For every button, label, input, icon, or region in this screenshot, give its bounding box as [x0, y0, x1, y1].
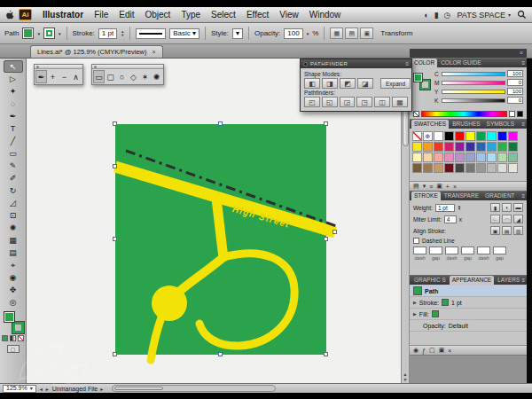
swatch[interactable] [434, 131, 443, 141]
align-stroke-inside-icon[interactable]: ▤ [502, 226, 512, 235]
rounded-rectangle-tool-icon[interactable]: ▢ [105, 70, 116, 83]
delete-swatch-icon[interactable]: × [453, 184, 457, 190]
crop-icon[interactable]: ◳ [356, 97, 372, 107]
new-stroke-icon[interactable]: ◉ [413, 347, 419, 354]
tool-lasso[interactable]: ◌ [4, 98, 23, 110]
appearance-stroke-row[interactable]: ▶ Stroke: 1 pt [410, 297, 527, 309]
swatch[interactable] [412, 131, 422, 141]
menu-effect[interactable]: Effect [241, 7, 274, 22]
intersect-icon[interactable]: ◩ [340, 78, 356, 89]
selection-handle[interactable] [324, 352, 328, 356]
color-spectrum-bar[interactable] [421, 111, 507, 117]
chevron-right-icon[interactable]: ▶ [413, 311, 417, 317]
slider-value-c[interactable]: 100 [507, 70, 523, 77]
swatch[interactable] [455, 142, 465, 152]
dock-collapse-button[interactable]: « [410, 49, 527, 58]
new-swatch-icon[interactable]: + [446, 184, 450, 190]
swatch[interactable] [508, 142, 518, 152]
menu-object[interactable]: Object [139, 7, 176, 22]
flare-tool-icon[interactable]: ✺ [151, 70, 162, 83]
panel-menu-icon[interactable]: ≡ [405, 61, 409, 66]
tool-rectangle[interactable]: ▭ [4, 147, 23, 160]
tab-symbols[interactable]: SYMBOLS [484, 120, 517, 129]
pen-tool-icon[interactable]: ✒ [35, 70, 47, 83]
document-tab[interactable]: Lines.ai* @ 125.9% (CMYK/Preview) × [30, 45, 163, 58]
swatch[interactable] [508, 163, 518, 173]
swatch[interactable] [487, 142, 497, 152]
appearance-item-row[interactable]: Path [410, 286, 527, 297]
menu-edit[interactable]: Edit [113, 7, 139, 22]
tearoff-drag-bar[interactable] [35, 65, 82, 69]
swatch[interactable] [508, 131, 518, 141]
unite-icon[interactable]: ◧ [304, 78, 320, 89]
miter-limit-field[interactable]: 4 [444, 215, 457, 223]
display-icon[interactable]: ◐ [424, 11, 428, 20]
panel-menu-icon[interactable]: ≡ [520, 120, 527, 129]
swatch[interactable] [444, 142, 454, 152]
menu-select[interactable]: Select [206, 7, 241, 22]
swatch[interactable] [497, 163, 507, 173]
panel-menu-icon[interactable]: ≡ [520, 192, 527, 200]
tool-eyedropper[interactable]: ⌖ [4, 259, 23, 271]
polygon-tool-icon[interactable]: ◇ [128, 70, 139, 83]
none-swatch-icon[interactable] [413, 111, 419, 117]
menu-window[interactable]: Window [304, 7, 347, 22]
tab-brushes[interactable]: BRUSHES [450, 120, 482, 129]
spaces-menu[interactable]: PATS SPACE ▾ [457, 11, 511, 20]
tool-scale[interactable]: ◿ [4, 197, 23, 209]
convert-anchor-point-icon[interactable]: ∧ [70, 70, 82, 83]
swatch[interactable] [423, 163, 433, 173]
slider-c[interactable] [442, 72, 505, 76]
tool-paintbrush[interactable]: ✎ [4, 160, 23, 172]
tool-free-transform[interactable]: ⊡ [4, 209, 23, 222]
swatch[interactable] [466, 153, 475, 162]
scrollbar-arrows[interactable]: ▲▼ [402, 372, 409, 382]
tool-direct-selection[interactable]: ▷ [4, 73, 23, 85]
horizontal-scrollbar-thumb[interactable] [114, 387, 163, 390]
new-color-group-icon[interactable]: ▣ [436, 183, 442, 190]
swatch[interactable] [466, 163, 475, 173]
swatch[interactable] [487, 131, 497, 141]
divide-icon[interactable]: ◰ [304, 97, 320, 107]
tab-color[interactable]: COLOR [411, 59, 437, 67]
brush-stroke-preview[interactable] [136, 28, 166, 39]
dash-field[interactable] [445, 246, 458, 254]
transform-link[interactable]: Transform [380, 29, 412, 37]
fill-indicator[interactable] [4, 311, 15, 323]
swatch[interactable] [444, 163, 454, 173]
apple-menu-icon[interactable] [5, 10, 14, 20]
align-stroke-outside-icon[interactable]: ▥ [513, 226, 523, 235]
tab-graphic-s[interactable]: GRAPHIC S [411, 276, 449, 285]
black-swatch[interactable] [517, 111, 523, 117]
tool-selection[interactable]: ↖ [4, 60, 23, 73]
gradient-mode-button[interactable] [10, 335, 16, 341]
tool-pencil[interactable]: ✐ [4, 172, 23, 184]
selection-handle[interactable] [113, 164, 117, 168]
join-bevel-icon[interactable]: ◢ [513, 215, 523, 223]
stroke-caret-icon[interactable]: ▾ [59, 31, 61, 36]
pathfinder-header[interactable]: PATHFINDER ≡ [301, 59, 411, 68]
duplicate-item-icon[interactable]: ▣ [439, 347, 445, 354]
tool-type[interactable]: T [4, 122, 23, 135]
swatch[interactable] [412, 142, 422, 152]
swatch[interactable] [412, 153, 422, 162]
swatch[interactable] [412, 163, 422, 173]
fill-swatch[interactable] [432, 310, 439, 317]
swatch-libraries-icon[interactable]: ▤ [413, 183, 419, 190]
outline-icon[interactable]: ◫ [374, 97, 390, 107]
selection-handle[interactable] [324, 121, 328, 126]
exclude-icon[interactable]: ◪ [357, 78, 373, 89]
ellipse-tool-icon[interactable]: ○ [116, 70, 128, 83]
tab-transpare[interactable]: TRANSPARE [442, 192, 481, 200]
minus-front-icon[interactable]: ◨ [322, 78, 338, 89]
close-icon[interactable]: × [153, 49, 156, 55]
tab-gradient[interactable]: GRADIENT [482, 192, 518, 200]
swatch[interactable] [497, 153, 507, 162]
tool-rotate[interactable]: ↻ [4, 184, 23, 197]
align-panel-icon[interactable]: ▤ [345, 27, 358, 39]
menu-view[interactable]: View [274, 7, 304, 22]
zoom-field[interactable]: 125.9% ▾ [3, 385, 36, 393]
swatch[interactable] [476, 142, 486, 152]
slider-k[interactable] [442, 98, 505, 103]
swatch-kinds-icon[interactable]: ▾ [423, 183, 426, 190]
